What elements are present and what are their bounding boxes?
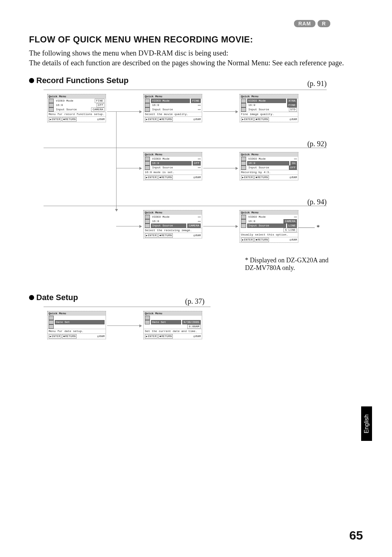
camera-icon	[49, 316, 54, 320]
aspect-icon	[49, 103, 54, 107]
clock-icon	[49, 320, 54, 324]
intro-text: The following shows the menu when DVD-RA…	[29, 48, 356, 68]
language-tab: English	[361, 406, 372, 441]
bullet-icon	[29, 295, 34, 300]
asterisk-note: * Displayed on DZ-GX20A and DZ-MV780A on…	[245, 257, 339, 272]
quick-menu-video-mode-options: Quick Menu VIDEO Mode XTRA 16:9 FINE Inp…	[240, 94, 298, 122]
page-ref: (p. 91)	[307, 79, 327, 88]
badge-ram: RAM	[294, 20, 315, 27]
clock-icon	[145, 320, 150, 324]
section-label: Date Setup	[36, 293, 78, 302]
quick-menu-169: Quick Menu VIDEO Mode 16:9Off Input Sour…	[143, 152, 202, 180]
bullet-icon	[29, 78, 34, 83]
quick-menu-root: Quick Menu VIDEO Mode FINE 16:9 Off Inpu…	[47, 94, 106, 122]
input-icon	[241, 107, 246, 112]
quick-menu-input-options: Quick Menu VIDEO Mode 16:9CAMERA Input S…	[240, 210, 298, 243]
asterisk-icon: *	[317, 224, 320, 232]
camera-icon	[241, 99, 246, 103]
input-icon	[145, 107, 150, 112]
aspect-icon	[241, 103, 246, 107]
section-label: Record Functions Setup	[36, 76, 128, 85]
camera-icon	[145, 99, 150, 103]
badge-r: R	[318, 20, 330, 27]
date-flow: (p. 37) Quick Menu Date Set Menu for dat…	[29, 307, 363, 361]
quick-menu-169-options: Quick Menu VIDEO Mode 16:9On Input Sourc…	[240, 152, 298, 180]
quick-menu-video-mode: Quick Menu VIDEO Mode FINE 16:9 Input So…	[143, 94, 202, 122]
page-ref: (p. 94)	[307, 198, 327, 206]
gear-icon	[49, 324, 54, 329]
aspect-icon	[145, 103, 150, 107]
input-icon	[49, 107, 54, 112]
camera-icon	[49, 99, 54, 103]
flow-diagram: (p. 91) (p. 92) (p. 94) Quick Menu VIDEO…	[29, 90, 363, 278]
quick-menu-date: Quick Menu Date Set Menu for date setup.…	[47, 311, 106, 339]
quick-menu-input: Quick Menu VIDEO Mode 16:9 Input SourceC…	[143, 210, 202, 238]
quick-menu-date-set: Quick Menu Date Set9/30/2005 8:00AM Set …	[143, 311, 202, 339]
menu-title: Quick Menu	[48, 94, 106, 99]
page-ref: (p. 92)	[307, 140, 327, 148]
disc-type-badges: RAM R	[294, 20, 330, 27]
page-title: FLOW OF QUICK MENU WHEN RECORDING MOVIE:	[29, 34, 363, 45]
page-number: 65	[349, 528, 363, 542]
page-ref: (p. 37)	[185, 297, 204, 306]
